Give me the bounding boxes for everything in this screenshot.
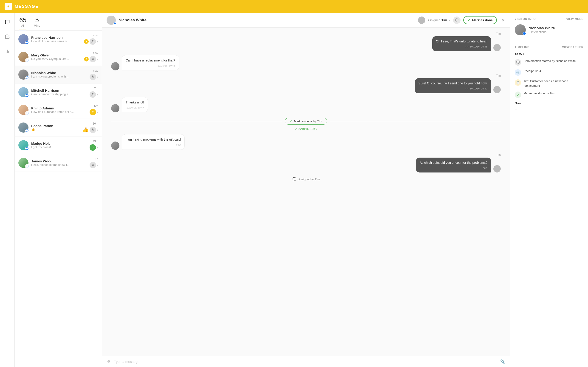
tab-mine[interactable]: 5 Mine bbox=[34, 17, 40, 30]
conv-preview: I am having problems with ... bbox=[31, 75, 87, 78]
conv-right: now 1 ▾ bbox=[84, 34, 98, 45]
visitor-info: Nicholas White 5 Interactions bbox=[528, 26, 555, 34]
sidebar-divider bbox=[515, 41, 583, 41]
msg-row-agent: Tim Oh I see, That's unfortunate to hear… bbox=[111, 32, 501, 51]
timeline-item-tl1: 💬 Conversation started by Nicholas White bbox=[515, 59, 583, 66]
customer-msg-avatar bbox=[111, 104, 120, 112]
timeline-icon-done: ✔ bbox=[515, 92, 521, 98]
visitor-info-header: VISITOR INFO VIEW MORE bbox=[515, 17, 583, 21]
conv-preview: Do you carry Olympus OM... bbox=[31, 57, 81, 60]
conv-time: now bbox=[93, 51, 98, 55]
visitor-card: Nicholas White 5 Interactions bbox=[515, 24, 583, 35]
timeline-icon-chat: 💬 bbox=[515, 59, 521, 66]
conv-item-shane[interactable]: Shane Patton 👍 16m 👍 ▾ bbox=[15, 119, 102, 136]
all-count: 65 bbox=[19, 17, 26, 24]
assigned-note-text: Assigned to Tim bbox=[298, 177, 320, 181]
svg-point-7 bbox=[92, 129, 94, 130]
nav-chart-icon[interactable] bbox=[3, 47, 12, 56]
conv-avatar-wrap bbox=[18, 123, 28, 133]
msg-time: ✓✓ 10/10/16, 10:47 bbox=[418, 87, 487, 91]
conv-content: James Wood Hello, please let me know t..… bbox=[31, 159, 87, 167]
conv-item-nicholas[interactable]: Nicholas White I am having problems with… bbox=[15, 66, 102, 83]
conv-chevron-icon[interactable]: ▾ bbox=[97, 58, 98, 60]
conv-item-francisco[interactable]: Francisco Harrison How do I purchase ite… bbox=[15, 31, 102, 48]
conv-preview: I got my dress! bbox=[31, 145, 87, 149]
timeline-items: 💬 Conversation started by Nicholas White… bbox=[515, 59, 583, 98]
chat-contact-name: Nicholas White bbox=[119, 18, 415, 23]
emoji-button[interactable]: ☺ bbox=[107, 359, 111, 364]
agent-avatar bbox=[90, 56, 96, 62]
timeline-item-tl2: 🛒 Receipt 1234 bbox=[515, 69, 583, 76]
tab-all[interactable]: 65 All bbox=[19, 17, 26, 30]
conv-chevron-icon[interactable]: ▾ bbox=[97, 164, 98, 167]
agent-msg-avatar bbox=[493, 44, 501, 51]
conv-item-james[interactable]: James Wood Hello, please let me know t..… bbox=[15, 154, 102, 172]
nav-chat-icon[interactable] bbox=[3, 17, 12, 27]
conv-item-mitchell[interactable]: Mitchell Harrison Can I change my shippi… bbox=[15, 83, 102, 101]
mark-done-pill[interactable]: ✓ Mark as done by Tim bbox=[285, 118, 327, 125]
mine-label: Mine bbox=[34, 24, 40, 27]
svg-point-8 bbox=[92, 164, 94, 165]
chat-input-area: ☺ 📎 bbox=[102, 356, 510, 367]
green-check-icon: ✓ bbox=[290, 119, 292, 123]
conv-name: Francisco Harrison bbox=[31, 35, 81, 40]
conv-chevron-icon[interactable]: ▾ bbox=[97, 40, 98, 43]
msg-col-customer: Can I have a replacement for that? 10/10… bbox=[122, 55, 179, 71]
mark-done-sub: ✓ 10/10/16, 10:50 bbox=[111, 127, 501, 131]
conv-chevron-icon[interactable]: ▾ bbox=[97, 129, 98, 131]
unread-badge: 1 bbox=[84, 39, 89, 44]
conv-preview: Can I change my shipping a... bbox=[31, 92, 87, 96]
assigned-chevron-icon[interactable]: ▾ bbox=[449, 19, 450, 22]
msg-col-customer: I am having problems with the gift card … bbox=[122, 134, 185, 150]
conv-chevron-icon[interactable]: ▾ bbox=[97, 111, 98, 114]
unread-badge: 2 bbox=[84, 57, 89, 61]
info-button[interactable]: ⓘ bbox=[453, 17, 460, 24]
conv-time: 1h bbox=[95, 157, 98, 161]
timeline-item-tl3: 📋 Tim: Customer needs a new hood replace… bbox=[515, 79, 583, 88]
msg-col-customer: Thanks a lot! 10/10/16, 10:47 bbox=[122, 97, 148, 113]
conv-avatar-wrap bbox=[18, 34, 28, 44]
msg-row-customer: Can I have a replacement for that? 10/10… bbox=[111, 55, 501, 71]
assigned-agent-name: Tim bbox=[441, 18, 447, 22]
conv-right: 16m 👍 ▾ bbox=[82, 122, 98, 133]
msg-sender-label: Tim bbox=[496, 32, 501, 35]
attach-button[interactable]: 📎 bbox=[500, 359, 505, 364]
conv-avatar-wrap bbox=[18, 69, 28, 80]
svg-point-4 bbox=[92, 58, 94, 59]
icon-sidebar bbox=[0, 13, 15, 367]
conv-content: Phillip Adams How do I purchase items on… bbox=[31, 106, 87, 114]
msg-col-agent: Tim At which point did you encounter the… bbox=[111, 153, 501, 173]
msg-text: At which point did you encounter the pro… bbox=[420, 161, 487, 165]
conv-preview: How do I purchase items o... bbox=[31, 40, 81, 43]
conv-item-madge[interactable]: Madge Holt I got my dress! 43m J ▾ bbox=[15, 136, 102, 154]
message-input[interactable] bbox=[114, 360, 498, 364]
agent-with-dropdown: ▾ bbox=[90, 74, 98, 80]
msg-text: I am having problems with the gift card bbox=[126, 138, 181, 141]
timeline-now: Now bbox=[515, 102, 583, 105]
conv-avatar-wrap bbox=[18, 87, 28, 97]
right-sidebar: VISITOR INFO VIEW MORE Nicholas White 5 … bbox=[510, 13, 588, 367]
agent-with-dropdown: ▾ bbox=[90, 162, 98, 168]
view-earlier-button[interactable]: VIEW EARLIER bbox=[562, 46, 583, 49]
conv-chevron-icon[interactable]: ▾ bbox=[97, 146, 98, 149]
nav-check-icon[interactable] bbox=[3, 32, 12, 41]
like-icon: 👍 bbox=[82, 127, 89, 133]
assigned-section: Assigned Tim ▾ bbox=[418, 17, 450, 24]
conv-header: 65 All 5 Mine bbox=[15, 13, 102, 30]
conv-chevron-icon[interactable]: ▾ bbox=[97, 93, 98, 96]
conv-item-phillip[interactable]: Phillip Adams How do I purchase items on… bbox=[15, 101, 102, 119]
divider-line-right bbox=[330, 121, 501, 121]
conv-name: Madge Holt bbox=[31, 142, 87, 145]
view-more-button[interactable]: VIEW MORE bbox=[566, 17, 583, 21]
chat-area: Nicholas White Assigned Tim ▾ ⓘ ✓ Mark a… bbox=[102, 13, 510, 367]
conv-item-mary[interactable]: Mary Oliver Do you carry Olympus OM... n… bbox=[15, 48, 102, 66]
msg-col-agent: Tim Sure! Of course. I will send one to … bbox=[111, 74, 501, 93]
mark-done-button[interactable]: ✓ Mark as done bbox=[463, 16, 497, 24]
close-chat-button[interactable]: ✕ bbox=[502, 17, 505, 23]
msg-bubble-agent: Oh I see, That's unfortunate to hear! ✓✓… bbox=[432, 36, 491, 51]
agent-avatar bbox=[90, 91, 96, 98]
messenger-badge bbox=[25, 76, 29, 80]
conv-right: 43m J ▾ bbox=[90, 140, 98, 151]
msg-bubble-customer: Thanks a lot! 10/10/16, 10:47 bbox=[122, 97, 148, 113]
conv-chevron-icon[interactable]: ▾ bbox=[97, 76, 98, 78]
